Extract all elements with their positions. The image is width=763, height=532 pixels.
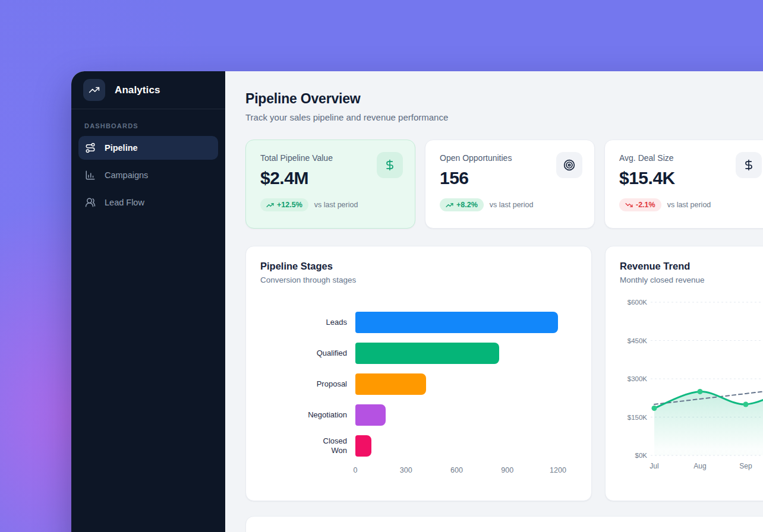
change-badge: +8.2% — [440, 198, 484, 211]
main-content: Pipeline Overview Track your sales pipel… — [225, 71, 763, 532]
chart-title: Pipeline Stages — [260, 261, 577, 272]
data-point-marker — [743, 402, 749, 407]
analytics-app-window: Analytics DASHBOARDS Pipeline — [71, 71, 763, 532]
line-chart: $0K$150K$300K$450K$600K JulAugSep — [620, 296, 759, 473]
trending-up-icon — [446, 201, 453, 209]
users-icon — [85, 197, 96, 208]
dollar-icon — [377, 152, 403, 178]
chart-subtitle: Conversion through stages — [260, 276, 577, 284]
kpi-footer: +8.2% vs last period — [440, 198, 580, 211]
svg-text:$450K: $450K — [628, 337, 648, 344]
data-point-marker — [698, 389, 703, 394]
bar-category-label: Qualified — [260, 349, 355, 358]
svg-text:$600K: $600K — [628, 299, 648, 306]
bar-row: Negotiation — [260, 404, 577, 426]
bar-row: Qualified — [260, 343, 577, 364]
kpi-card-open-opportunities: Open Opportunities 156 +8.2% — [425, 140, 595, 229]
compare-label: vs last period — [490, 201, 534, 209]
svg-text:Sep: Sep — [739, 462, 752, 470]
x-tick-label: 900 — [501, 466, 513, 474]
x-tick-label: 0 — [354, 466, 358, 474]
kpi-card-avg-deal-size: Avg. Deal Size $15.4K -2.1% — [604, 140, 763, 229]
sidebar-item-label: Campaigns — [105, 170, 148, 180]
compare-label: vs last period — [667, 201, 711, 209]
pipeline-stages-chart-card: Pipeline Stages Conversion through stage… — [245, 246, 592, 501]
trending-up-icon — [266, 201, 274, 209]
sidebar-item-label: Pipeline — [105, 143, 138, 153]
chart-subtitle: Monthly closed revenue — [620, 276, 759, 284]
bar-row: Leads — [260, 312, 577, 333]
bar-proposal — [355, 373, 426, 395]
sidebar-nav: Pipeline Campaigns — [71, 136, 225, 214]
sidebar-item-pipeline[interactable]: Pipeline — [78, 136, 218, 160]
bar-chart-icon — [85, 170, 96, 180]
bar-qualified — [355, 343, 499, 364]
change-badge: +12.5% — [260, 198, 308, 211]
bar-category-label: Negotiation — [260, 410, 355, 420]
svg-text:Aug: Aug — [693, 462, 706, 470]
x-tick-label: 300 — [400, 466, 412, 474]
kpi-footer: -2.1% vs last period — [619, 198, 759, 211]
dollar-icon — [736, 152, 762, 178]
kpi-card-total-pipeline-value: Total Pipeline Value $2.4M +12.5% — [245, 140, 415, 229]
desktop-background: Analytics DASHBOARDS Pipeline — [0, 0, 763, 532]
bar-row: Proposal — [260, 373, 577, 395]
sidebar-item-label: Lead Flow — [105, 198, 144, 207]
app-logo: Analytics — [71, 71, 225, 109]
route-icon — [85, 142, 96, 153]
chart-title: Revenue Trend — [620, 261, 759, 272]
charts-row: Pipeline Stages Conversion through stage… — [245, 246, 763, 501]
page-title: Pipeline Overview — [245, 91, 763, 107]
x-tick-label: 1200 — [550, 466, 566, 474]
bottom-card-clipped — [245, 516, 763, 532]
bar-row: Closed Won — [260, 435, 577, 457]
svg-text:$150K: $150K — [628, 414, 648, 421]
kpi-footer: +12.5% vs last period — [260, 198, 401, 211]
x-axis-ticks: 03006009001200 — [355, 466, 558, 477]
bar-leads — [355, 312, 558, 333]
bar-category-label: Proposal — [260, 379, 355, 389]
bar-closed-won — [355, 435, 371, 457]
trending-up-icon — [83, 79, 105, 101]
bar-category-label: Leads — [260, 318, 355, 327]
kpi-card-row: Total Pipeline Value $2.4M +12.5% — [245, 140, 763, 229]
x-tick-label: 600 — [450, 466, 463, 474]
svg-text:$0K: $0K — [635, 452, 648, 459]
bar-negotiation — [355, 404, 386, 426]
page-subtitle: Track your sales pipeline and revenue pe… — [245, 112, 763, 122]
data-point-marker — [652, 406, 657, 411]
sidebar: Analytics DASHBOARDS Pipeline — [71, 71, 225, 532]
bar-category-label: Closed Won — [260, 436, 355, 456]
change-badge: -2.1% — [619, 198, 661, 211]
target-icon — [556, 152, 582, 178]
svg-text:Jul: Jul — [650, 462, 658, 470]
revenue-trend-chart-card: Revenue Trend Monthly closed revenue $0K… — [605, 246, 763, 501]
compare-label: vs last period — [314, 201, 358, 209]
trending-down-icon — [625, 201, 633, 209]
horizontal-bar-chart: Leads Qualified Proposal Negotiatio — [260, 305, 577, 477]
svg-text:$300K: $300K — [628, 375, 648, 382]
sidebar-item-lead-flow[interactable]: Lead Flow — [78, 191, 218, 214]
revenue-trend-plot: $0K$150K$300K$450K$600K JulAugSep — [620, 296, 763, 473]
sidebar-item-campaigns[interactable]: Campaigns — [78, 163, 218, 187]
sidebar-section-label: DASHBOARDS — [71, 109, 225, 136]
app-title: Analytics — [115, 84, 160, 96]
